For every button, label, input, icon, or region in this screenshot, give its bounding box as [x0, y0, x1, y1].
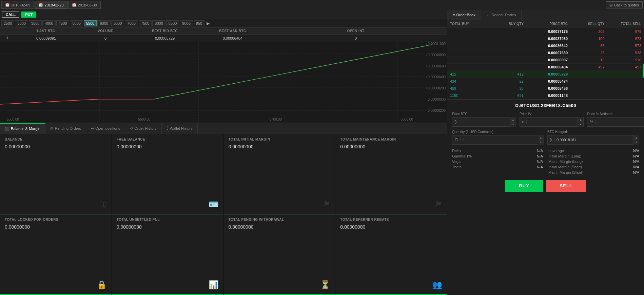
balance-section-2: TOTAL LOCKED FOR ORDERS 0.00000000 🔒 TOT… — [0, 214, 447, 295]
ob-row-4[interactable]: 0.00006997 13 510 — [447, 57, 644, 64]
initial-margin-value: 0.00000000 — [229, 144, 331, 149]
balance-card-referrer: TOTAL REFERRER REBATE 0.00000000 👥 — [335, 214, 447, 295]
date-tab-1[interactable]: 📅 2018-02-23 — [35, 1, 67, 9]
strike-5000[interactable]: 5000 — [70, 20, 83, 26]
call-button[interactable]: CALL — [2, 12, 19, 18]
ob-r0-sell-qty: 205 — [568, 29, 604, 34]
price-pct-input-wrap[interactable]: % ▲ ▼ — [587, 117, 644, 127]
tab-recent-trades[interactable]: ↔ Recent Trades — [481, 10, 522, 20]
strike-7000[interactable]: 7000 — [125, 20, 138, 26]
tab-balance-margin[interactable]: ⬛ Balance & Margin — [0, 123, 45, 134]
btc-hedged-up[interactable]: ▲ — [633, 135, 639, 140]
ob-row-2[interactable]: 0.00036642 35 573 — [447, 42, 644, 49]
strike-3500[interactable]: 3500 — [29, 20, 42, 26]
ob-r2-price: 0.00036642 — [524, 44, 568, 48]
ob-r0-total-sell: 878 — [605, 29, 641, 34]
balance-icon: ₿ — [103, 199, 107, 209]
date-tab-2[interactable]: 📅 2018-03-30 — [68, 1, 101, 9]
order-book-table-wrap: TOTAL BUY BUY QTY PRICE BTC SELL QTY TOT… — [447, 20, 644, 99]
price-btc-spinner: ▲ ▼ — [510, 117, 516, 127]
ob-row-5[interactable]: 0.00006404 497 497 — [447, 64, 644, 71]
price-btc-down[interactable]: ▼ — [510, 122, 516, 127]
gamma-label: Gamma 1% — [452, 154, 472, 158]
ob-table-header: TOTAL BUY BUY QTY PRICE BTC SELL QTY TOT… — [447, 20, 644, 28]
price-iv-down[interactable]: ▼ — [578, 122, 583, 127]
ob-icon: ≡ — [453, 13, 455, 17]
buy-button[interactable]: BUY — [505, 180, 543, 192]
back-to-quotes-button[interactable]: ◎ Back to quotes — [606, 1, 643, 8]
strike-8500[interactable]: 8500 — [166, 20, 179, 26]
order-entry-title: O.BTCUSD.23FEB18:C5500 — [452, 103, 639, 108]
tab-pending-orders[interactable]: ◎ Pending Orders — [45, 123, 86, 134]
greek-init-margin-long: Initial Margin (Long) N/A — [548, 153, 639, 159]
ob-r3-price: 0.00007639 — [524, 51, 568, 55]
main-layout: CALL PUT 2500 3000 3500 4000 4500 5000 5… — [0, 10, 644, 295]
price-pct-input[interactable] — [596, 120, 644, 124]
col-last-btc: LAST BTC — [12, 29, 80, 33]
ob-row-1[interactable]: 0.00037030 100 673 — [447, 35, 644, 42]
tab-order-book[interactable]: ≡ Order Book — [447, 10, 481, 20]
greeks-left: Delta N/A Gamma 1% N/A Vega N/A Theta N/… — [452, 148, 543, 175]
tab-wallet-history[interactable]: ₿ Wallet History — [162, 123, 198, 134]
ob-row-7[interactable]: 434 22 0.00005474 — [447, 78, 644, 85]
ob-col-price: PRICE BTC — [524, 22, 568, 26]
free-balance-icon: 🪪 — [209, 199, 219, 209]
calendar-icon-2: 📅 — [72, 3, 77, 7]
strike-4000[interactable]: 4000 — [42, 20, 55, 26]
price-iv-input-wrap[interactable]: σ ▲ ▼ — [520, 117, 584, 127]
strike-4500[interactable]: 4500 — [56, 20, 69, 26]
withdrawal-value: 0.00000000 — [229, 224, 331, 230]
ob-r7-buy-qty: 22 — [487, 79, 523, 83]
strike-2500[interactable]: 2500 — [1, 20, 14, 26]
btc-hedged-input[interactable] — [554, 138, 633, 142]
ob-row-8[interactable]: 459 25 0.00005456 — [447, 85, 644, 92]
price-btc-up[interactable]: ▲ — [510, 117, 516, 122]
price-iv-input[interactable] — [527, 120, 578, 124]
init-margin-short-label: Initial Margin (Short) — [548, 165, 582, 169]
calendar-icon-0: 📅 — [5, 3, 10, 7]
sigma-icon: σ — [520, 120, 527, 124]
btc-hedged-down[interactable]: ▼ — [633, 140, 639, 145]
tab-open-positions[interactable]: ↩ Open positions — [86, 123, 125, 134]
sell-button[interactable]: SELL — [546, 180, 586, 192]
ob-r3-total-sell: 538 — [605, 51, 641, 55]
vega-label: Vega — [452, 160, 461, 164]
qty-down[interactable]: ▼ — [538, 140, 544, 145]
price-btc-input-wrap[interactable]: ₿ ▲ ▼ — [452, 117, 516, 127]
qty-input[interactable] — [461, 138, 538, 142]
ob-row-6[interactable]: 412 412 0.00005729 — [447, 71, 644, 78]
strike-5500[interactable]: 5500 — [84, 20, 97, 26]
put-button[interactable]: PUT — [21, 12, 36, 18]
qty-input-wrap[interactable]: 🗒 ▲ ▼ — [452, 135, 544, 145]
locked-icon: 🔒 — [97, 280, 107, 290]
rt-icon: ↔ — [487, 13, 490, 17]
info-icon[interactable]: ℹ — [2, 36, 12, 40]
price-iv-up[interactable]: ▲ — [578, 117, 583, 122]
maint-margin-long-label: Maint. Margin (Long) — [548, 160, 583, 164]
price-iv-spinner: ▲ ▼ — [578, 117, 583, 127]
btc-hedged-icon: ₿ — [548, 138, 554, 142]
x-label-0: 5500.00 — [7, 118, 19, 121]
tab-order-history[interactable]: ↺ Order History — [125, 123, 161, 134]
strike-next-arrow[interactable]: ▶ — [205, 20, 211, 26]
date-label-0: 2018-02-09 — [11, 3, 30, 7]
strike-8000[interactable]: 8000 — [152, 20, 165, 26]
qty-up[interactable]: ▲ — [538, 135, 544, 140]
ob-row-3[interactable]: 0.00007639 28 538 — [447, 49, 644, 57]
strike-6500[interactable]: 6500 — [111, 20, 124, 26]
strike-3000[interactable]: 3000 — [15, 20, 28, 26]
date-tab-0[interactable]: 📅 2018-02-09 — [1, 1, 34, 9]
ob-row-0[interactable]: 0.00037175 205 878 — [447, 28, 644, 35]
maint-margin-value: 0.00000000 — [340, 144, 442, 149]
price-btc-input[interactable] — [459, 120, 510, 124]
balance-tab-icon: ⬛ — [5, 127, 9, 131]
strike-6000[interactable]: 6000 — [97, 20, 110, 26]
left-panel: CALL PUT 2500 3000 3500 4000 4500 5000 5… — [0, 10, 447, 295]
strike-9000[interactable]: 9000 — [180, 20, 193, 26]
ob-row-9[interactable]: 1150 691 0.00001148 — [447, 92, 644, 99]
ob-r6-price: 0.00005729 — [524, 72, 568, 76]
btc-hedged-input-wrap[interactable]: ₿ ▲ ▼ — [547, 135, 639, 145]
strike-7500[interactable]: 7500 — [139, 20, 152, 26]
top-bar: 📅 2018-02-09 📅 2018-02-23 📅 2018-03-30 ◎… — [0, 0, 644, 10]
strike-950[interactable]: 950 — [194, 20, 204, 26]
